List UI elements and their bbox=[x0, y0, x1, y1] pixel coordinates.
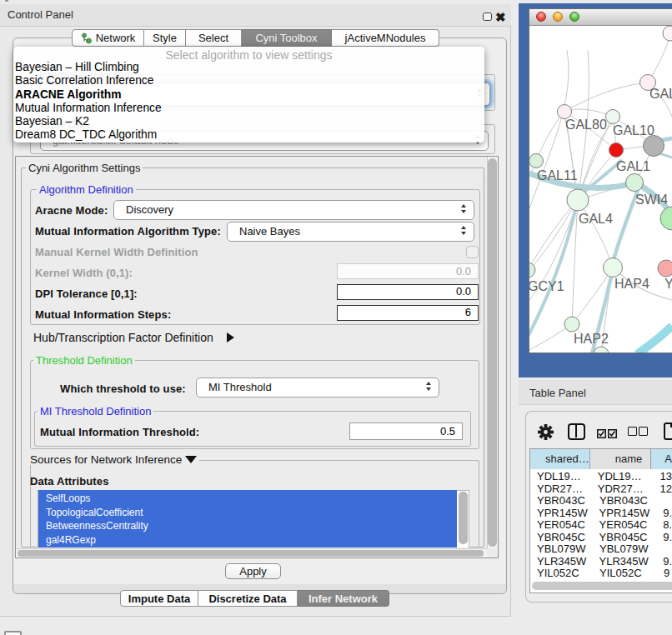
svg-text:GAL4: GAL4 bbox=[579, 212, 613, 226]
svg-text:GAL11: GAL11 bbox=[537, 168, 578, 182]
svg-text:GAL10: GAL10 bbox=[613, 123, 654, 138]
svg-text:GAL7: GAL7 bbox=[649, 87, 672, 101]
svg-text:SWI4: SWI4 bbox=[635, 192, 668, 207]
svg-text:YL: YL bbox=[664, 277, 672, 291]
svg-text:HAP4: HAP4 bbox=[614, 277, 649, 291]
svg-text:GAL1: GAL1 bbox=[616, 159, 650, 173]
svg-text:GAL80: GAL80 bbox=[565, 118, 607, 132]
svg-text:GCY1: GCY1 bbox=[529, 279, 564, 293]
svg-text:HAP2: HAP2 bbox=[574, 332, 609, 346]
